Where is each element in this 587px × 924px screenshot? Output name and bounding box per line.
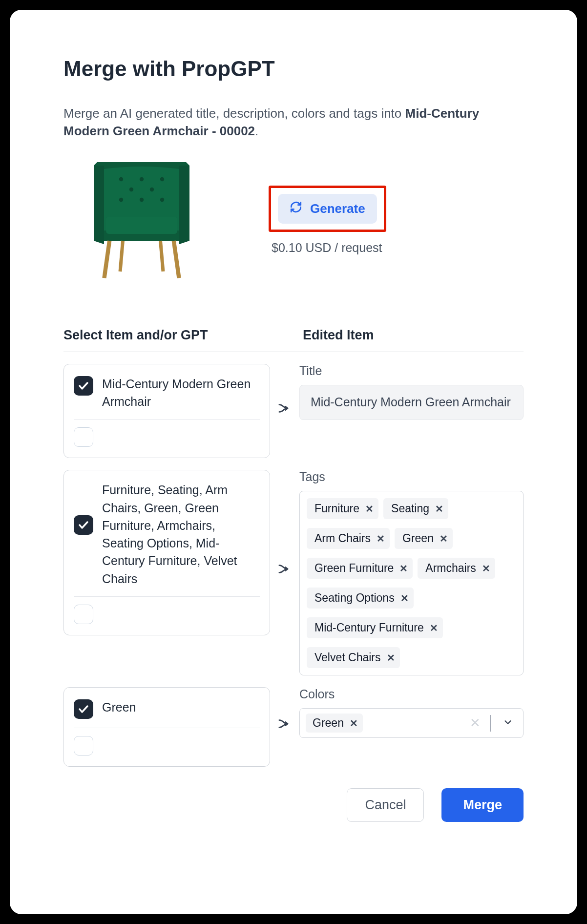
tags-input[interactable]: Furniture✕Seating✕Arm Chairs✕Green✕Green… [299, 491, 524, 675]
svg-point-4 [150, 188, 154, 191]
modal-title: Merge with PropGPT [63, 57, 524, 81]
title-item-checkbox[interactable] [74, 376, 93, 396]
svg-point-3 [129, 188, 133, 191]
title-input[interactable]: Mid-Century Modern Green Armchair [299, 385, 524, 420]
svg-rect-10 [172, 240, 181, 278]
tag-remove-icon[interactable]: ✕ [482, 563, 490, 574]
colors-item-checkbox[interactable] [74, 699, 93, 719]
colors-edited-col: Colors Green✕ ✕ [299, 687, 524, 738]
svg-point-0 [119, 177, 123, 181]
tag-label: Velvet Chairs [314, 651, 381, 664]
merge-modal: Merge with PropGPT Merge an AI generated… [10, 10, 577, 914]
tags-gpt-checkbox[interactable] [74, 605, 93, 624]
generate-button-label: Generate [310, 201, 365, 216]
colors-select[interactable]: Green✕ ✕ [299, 708, 524, 738]
tag-chip: Mid-Century Furniture✕ [307, 617, 443, 638]
item-image [73, 152, 210, 289]
colors-source-card: Green [63, 687, 270, 767]
generate-highlight: Generate [269, 186, 386, 232]
cancel-button[interactable]: Cancel [347, 788, 424, 822]
tag-label: Armchairs [425, 562, 476, 575]
tag-label: Seating [391, 502, 429, 515]
tag-remove-icon[interactable]: ✕ [440, 533, 448, 545]
left-column-heading: Select Item and/or GPT [63, 328, 303, 343]
color-chip: Green✕ [306, 714, 363, 733]
title-field-label: Title [299, 364, 524, 378]
tag-label: Seating Options [314, 591, 395, 605]
subtitle-suffix: . [255, 124, 258, 138]
tag-label: Mid-Century Furniture [314, 621, 424, 634]
colors-row: Green Colors Green✕ ✕ [63, 687, 524, 767]
tags-source-card: Furniture, Seating, Arm Chairs, Green, G… [63, 470, 270, 635]
chevron-down-icon[interactable] [499, 717, 517, 730]
modal-subtitle: Merge an AI generated title, description… [63, 105, 524, 140]
tag-label: Green Furniture [314, 562, 394, 575]
tag-remove-icon[interactable]: ✕ [430, 622, 438, 634]
tags-item-text: Furniture, Seating, Arm Chairs, Green, G… [102, 481, 260, 588]
generate-button[interactable]: Generate [278, 194, 377, 224]
subtitle-prefix: Merge an AI generated title, description… [63, 106, 405, 121]
right-column-heading: Edited Item [303, 328, 374, 343]
tags-edited-col: Tags Furniture✕Seating✕Arm Chairs✕Green✕… [299, 470, 524, 675]
svg-point-5 [119, 198, 123, 202]
merge-arrow-icon [270, 687, 299, 731]
tag-chip: Arm Chairs✕ [307, 528, 390, 549]
title-gpt-checkbox[interactable] [74, 427, 93, 447]
merge-arrow-icon [270, 364, 299, 416]
refresh-icon [290, 201, 302, 217]
tag-remove-icon[interactable]: ✕ [387, 652, 395, 664]
tags-field-label: Tags [299, 470, 524, 484]
svg-rect-11 [119, 241, 125, 272]
tag-remove-icon[interactable]: ✕ [377, 533, 385, 545]
color-label: Green [313, 716, 344, 730]
tags-item-checkbox[interactable] [74, 515, 93, 535]
tag-chip: Furniture✕ [307, 498, 378, 519]
tag-chip: Velvet Chairs✕ [307, 647, 400, 668]
colors-gpt-checkbox[interactable] [74, 736, 93, 756]
tag-label: Green [402, 532, 434, 545]
colors-clear-icon[interactable]: ✕ [465, 715, 485, 731]
tag-chip: Green✕ [395, 528, 453, 549]
modal-footer: Cancel Merge [63, 788, 524, 822]
hero-row: Generate $0.10 USD / request [63, 152, 524, 289]
tag-label: Furniture [314, 502, 359, 515]
tag-chip: Seating Options✕ [307, 588, 414, 609]
tag-chip: Seating✕ [383, 498, 448, 519]
tag-label: Arm Chairs [314, 532, 371, 545]
title-source-card: Mid-Century Modern Green Armchair [63, 364, 270, 459]
title-row: Mid-Century Modern Green Armchair Title … [63, 364, 524, 459]
svg-point-7 [160, 198, 164, 202]
title-item-text: Mid-Century Modern Green Armchair [102, 375, 260, 411]
tag-remove-icon[interactable]: ✕ [365, 503, 374, 515]
tags-row: Furniture, Seating, Arm Chairs, Green, G… [63, 470, 524, 675]
tag-chip: Green Furniture✕ [307, 558, 413, 579]
colors-field-label: Colors [299, 687, 524, 701]
columns-header: Select Item and/or GPT Edited Item [63, 328, 524, 352]
colors-item-text: Green [102, 698, 260, 716]
tag-chip: Armchairs✕ [418, 558, 495, 579]
merge-button[interactable]: Merge [441, 788, 524, 822]
svg-rect-12 [159, 240, 165, 271]
price-per-request: $0.10 USD / request [272, 241, 382, 255]
svg-rect-8 [106, 217, 177, 234]
tag-remove-icon[interactable]: ✕ [400, 592, 409, 604]
generate-section: Generate $0.10 USD / request [269, 186, 386, 255]
separator [490, 715, 491, 732]
svg-point-6 [140, 198, 144, 202]
title-edited-col: Title Mid-Century Modern Green Armchair [299, 364, 524, 420]
merge-arrow-icon [270, 470, 299, 576]
color-remove-icon[interactable]: ✕ [350, 717, 358, 729]
tag-remove-icon[interactable]: ✕ [399, 563, 408, 574]
svg-point-2 [160, 177, 164, 181]
svg-point-1 [140, 177, 144, 181]
svg-rect-9 [102, 240, 111, 278]
tag-remove-icon[interactable]: ✕ [435, 503, 443, 515]
